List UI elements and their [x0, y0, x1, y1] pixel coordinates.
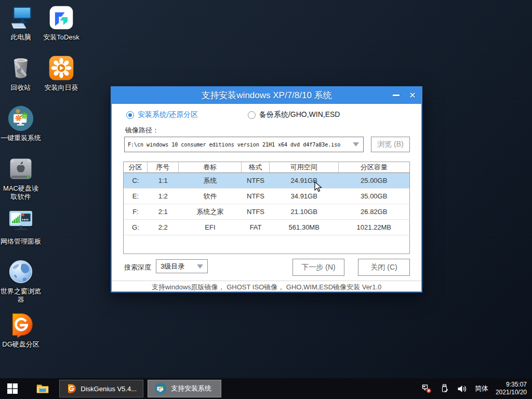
taskbar-button-diskgenius[interactable]: DiskGenius V5.4... [59, 380, 143, 397]
table-row-c[interactable]: C: 1:1 系统 NTFS 24.91GB 25.00GB [124, 173, 409, 189]
column-header: 卷标 [179, 162, 242, 172]
chevron-down-icon [353, 142, 359, 147]
file-explorer-button[interactable] [30, 378, 55, 399]
column-header: 分区容量 [339, 162, 410, 172]
desktop-icon-one-key-reinstall[interactable]: 一键重装系统 [0, 105, 42, 142]
partition-table: 分区 序号 卷标 格式 可用空间 分区容量 C: 1:1 系统 NTFS 24.… [123, 162, 410, 254]
image-path-value: F:\cn_windows_10_consumer_editions_versi… [125, 142, 353, 148]
system-tray: 简体 9:35:07 2021/10/20 [422, 381, 532, 396]
footer-divider [112, 281, 421, 281]
column-header: 序号 [148, 162, 179, 172]
diskgenius-icon [7, 311, 34, 338]
desktop-icon-label: 网络管理面板 [0, 237, 42, 246]
window-body: 安装系统/还原分区 备份系统/GHO,WIN,ESD 镜像路径： F:\cn_w… [111, 104, 422, 292]
search-depth-label: 搜索深度 [124, 263, 151, 272]
desktop-icon-dg-partition[interactable]: DG硬盘分区 [0, 311, 42, 349]
recycle-bin-icon [7, 55, 34, 82]
desktop-icon-label: 此电脑 [0, 33, 42, 42]
close-icon: ✕ [409, 90, 416, 100]
radio-backup[interactable]: 备份系统/GHO,WIN,ESD [248, 110, 340, 119]
footer-text: 支持windows原版镜像， GHOST ISO镜像， GHO,WIM,ESD镜… [112, 283, 421, 292]
desktop-icon-network-panel[interactable]: 网络管理面板 [0, 208, 42, 246]
this-pc-icon [7, 4, 34, 31]
taskbar-button-label: DiskGenius V5.4... [81, 385, 137, 393]
table-row-f[interactable]: F: 2:1 系统之家 NTFS 21.10GB 26.82GB [124, 204, 409, 220]
radio-selected-icon [126, 111, 134, 119]
mode-radio-group: 安装系统/还原分区 备份系统/GHO,WIN,ESD [126, 110, 340, 119]
desktop-icon-this-pc[interactable]: 此电脑 [0, 4, 42, 42]
image-path-label: 镜像路径： [125, 126, 159, 135]
clock[interactable]: 9:35:07 2021/10/20 [496, 381, 527, 396]
search-depth-select[interactable]: 3级目录 [156, 259, 208, 273]
close-button[interactable]: ✕ [405, 86, 420, 104]
desktop-icon-label: 一键重装系统 [0, 134, 42, 142]
table-header-row: 分区 序号 卷标 格式 可用空间 分区容量 [124, 162, 409, 173]
image-path-combobox[interactable]: F:\cn_windows_10_consumer_editions_versi… [124, 137, 364, 152]
chevron-down-icon [197, 264, 203, 269]
column-header: 可用空间 [270, 162, 339, 172]
desktop-icon-label: 回收站 [0, 84, 42, 92]
minimize-icon [393, 95, 400, 96]
column-header: 格式 [242, 162, 270, 172]
window-title: 支持安装windows XP/7/8/10 系统 [201, 89, 331, 101]
desktop-icon-label: 安装向日葵 [41, 84, 82, 92]
desktop-icon-label: 安装ToDesk [41, 33, 82, 42]
volume-icon[interactable] [457, 383, 468, 394]
sunflower-icon [48, 55, 75, 82]
column-header: 分区 [124, 162, 148, 172]
minimize-button[interactable] [388, 86, 404, 104]
taskbar: DiskGenius V5.4... 支持安装系统 [0, 378, 532, 399]
clock-time: 9:35:07 [496, 381, 527, 389]
radio-label: 备份系统/GHO,WIN,ESD [259, 110, 340, 119]
desktop-icon-recycle-bin[interactable]: 回收站 [0, 55, 42, 92]
usb-device-icon[interactable] [440, 383, 450, 394]
start-button[interactable] [0, 378, 25, 399]
mac-disk-icon [7, 155, 34, 182]
todesk-icon [48, 4, 75, 31]
desktop-icon-label: DG硬盘分区 [0, 340, 42, 349]
one-key-reinstall-icon [7, 105, 34, 132]
radio-install-restore[interactable]: 安装系统/还原分区 [126, 110, 198, 119]
desktop-icon-world-window-browser[interactable]: 世界之窗浏览器 [0, 258, 42, 304]
desktop-icon-label: 世界之窗浏览器 [0, 287, 42, 304]
desktop-icon-sunflower[interactable]: 安装向日葵 [41, 55, 82, 92]
radio-unselected-icon [248, 111, 256, 119]
clock-date: 2021/10/20 [496, 389, 527, 396]
close-dialog-button[interactable]: 关闭 (C) [358, 259, 410, 276]
installer-window: 支持安装windows XP/7/8/10 系统 ✕ 安装系统/还原分区 备份系… [111, 86, 422, 292]
table-row-g[interactable]: G: 2:2 EFI FAT 561.30MB 1021.22MB [124, 220, 409, 235]
taskbar-button-installer[interactable]: 支持安装系统 [148, 380, 221, 397]
desktop-icon-label: MAC硬盘读取软件 [0, 184, 42, 201]
desktop-icon-mac-disk-reader[interactable]: MAC硬盘读取软件 [0, 155, 42, 201]
browse-button[interactable]: 浏览 (B) [371, 137, 410, 152]
table-row-e[interactable]: E: 1:2 软件 NTFS 34.91GB 35.00GB [124, 189, 409, 204]
input-method-indicator[interactable]: 简体 [475, 384, 488, 393]
globe-browser-icon [7, 258, 34, 285]
search-depth-value: 3级目录 [156, 262, 197, 271]
installer-app-icon [154, 382, 167, 395]
desktop-icon-todesk[interactable]: 安装ToDesk [41, 4, 82, 42]
network-panel-icon [7, 208, 34, 235]
window-titlebar[interactable]: 支持安装windows XP/7/8/10 系统 ✕ [111, 86, 422, 104]
folder-icon [36, 382, 49, 395]
next-button[interactable]: 下一步 (N) [292, 259, 344, 276]
network-disconnected-icon[interactable] [422, 383, 432, 394]
taskbar-button-label: 支持安装系统 [171, 384, 211, 393]
windows-logo-icon [7, 383, 18, 394]
radio-label: 安装系统/还原分区 [138, 110, 198, 119]
diskgenius-icon [66, 383, 76, 394]
